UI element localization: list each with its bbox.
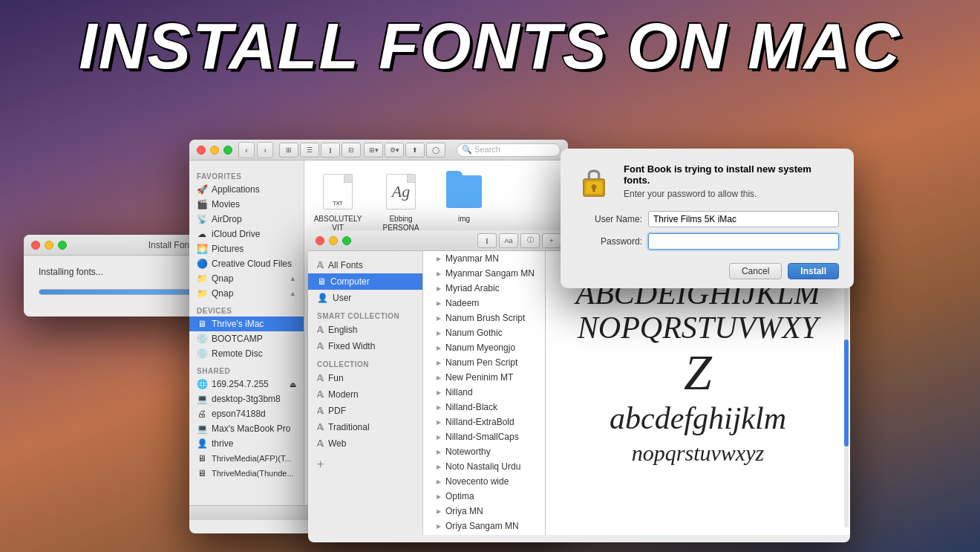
collection-fixed-width[interactable]: 𝔸 Fixed Width bbox=[308, 338, 422, 354]
sidebar-item-label: Qnap bbox=[212, 288, 233, 299]
sidebar-item-pictures[interactable]: 🌅 Pictures bbox=[189, 241, 304, 256]
collection-all-fonts[interactable]: 𝔸 All Fonts bbox=[308, 257, 422, 273]
font-item-nilland-extrabold[interactable]: Nilland-ExtraBold bbox=[423, 415, 545, 429]
minimize-button[interactable] bbox=[45, 241, 53, 250]
sidebar-item-desktop[interactable]: 💻 desktop-3tg3bm8 bbox=[189, 392, 304, 406]
laptop-icon: 💻 bbox=[197, 423, 207, 434]
finder-view-columns[interactable]: ⫿ bbox=[321, 143, 340, 158]
font-item-nilland-black[interactable]: Nilland-Black bbox=[423, 400, 545, 415]
sidebar-item-macbook[interactable]: 💻 Max's MacBook Pro bbox=[189, 421, 304, 436]
font-item-myanmar-sangam[interactable]: Myanmar Sangam MN bbox=[423, 266, 545, 281]
add-collection-button[interactable]: + bbox=[317, 458, 324, 470]
font-item-nadeem[interactable]: Nadeem bbox=[423, 296, 545, 311]
sidebar-item-thrive-shared[interactable]: 👤 thrive bbox=[189, 436, 304, 451]
finder-tag-button[interactable]: ◯ bbox=[426, 143, 445, 158]
finder-forward-button[interactable]: › bbox=[257, 142, 273, 158]
english-icon: 𝔸 bbox=[317, 325, 324, 335]
sidebar-item-icloud[interactable]: ☁ iCloud Drive bbox=[189, 227, 304, 241]
fontbook-font-list: Myanmar MN Myanmar Sangam MN Myriad Arab… bbox=[423, 251, 546, 535]
sidebar-item-thrive-imac[interactable]: 🖥 Thrive's iMac bbox=[189, 316, 304, 331]
collection-fun[interactable]: 𝔸 Fun bbox=[308, 370, 422, 386]
finder-view-icons[interactable]: ⊞ bbox=[279, 143, 298, 158]
username-row: User Name: bbox=[575, 211, 839, 227]
sidebar-item-169[interactable]: 🌐 169.254.7.255 ⏏ bbox=[189, 377, 304, 392]
finder-share-button[interactable]: ⬆ bbox=[405, 143, 425, 158]
font-item-nanum-gothic[interactable]: Nanum Gothic bbox=[423, 325, 545, 340]
finder-view-list[interactable]: ☰ bbox=[300, 143, 319, 158]
sidebar-item-movies[interactable]: 🎬 Movies bbox=[189, 197, 304, 212]
font-item-nanum-pen[interactable]: Nanum Pen Script bbox=[423, 355, 545, 370]
font-item-myriad-arabic[interactable]: Myriad Arabic bbox=[423, 281, 545, 296]
sidebar-item-bootcamp[interactable]: 💿 BOOTCAMP bbox=[189, 331, 304, 346]
fontbook-close-button[interactable] bbox=[316, 236, 324, 245]
font-item-osaka[interactable]: Osaka bbox=[423, 533, 545, 535]
cancel-button[interactable]: Cancel bbox=[729, 263, 782, 279]
preview-scrollbar[interactable] bbox=[844, 259, 849, 527]
collection-user[interactable]: 👤 User bbox=[308, 290, 422, 306]
fontbook-minimize-button[interactable] bbox=[329, 236, 338, 245]
server-1-icon: 🖥 bbox=[197, 453, 207, 464]
fontbook-toolbar-add[interactable]: + bbox=[542, 233, 561, 248]
sidebar-item-label: BOOTCAMP bbox=[212, 334, 263, 344]
sidebar-item-thrivemedia-afp[interactable]: 🖥 ThriveMedia(AFP)(T... bbox=[189, 451, 304, 466]
devices-header: DEVICES bbox=[189, 301, 304, 316]
font-item-nilland-smallcaps[interactable]: Nilland-SmallCaps bbox=[423, 429, 545, 444]
sidebar-item-thrivemedia-thunder[interactable]: 🖥 ThriveMedia(Thunde... bbox=[189, 466, 304, 481]
sidebar-item-applications[interactable]: 🚀 Applications bbox=[189, 182, 304, 197]
font-item-nilland[interactable]: Nilland bbox=[423, 385, 545, 400]
file-item-txt[interactable]: TXT ABSOLUTELY VIT bbox=[312, 168, 364, 236]
font-item-oriya-mn[interactable]: Oriya MN bbox=[423, 504, 545, 519]
fontbook-maximize-button[interactable] bbox=[342, 236, 351, 245]
finder-minimize-button[interactable] bbox=[210, 146, 219, 155]
sidebar-item-label: Movies bbox=[212, 199, 240, 210]
fontbook-toolbar-aa[interactable]: Aa bbox=[499, 233, 518, 248]
txt-file-icon: TXT bbox=[320, 171, 356, 212]
sidebar-item-airdrop[interactable]: 📡 AirDrop bbox=[189, 212, 304, 227]
font-item-noteworthy[interactable]: Noteworthy bbox=[423, 444, 545, 459]
password-input[interactable] bbox=[648, 233, 839, 250]
font-item-nanum-brush[interactable]: Nanum Brush Script bbox=[423, 311, 545, 325]
close-button[interactable] bbox=[31, 241, 40, 250]
finder-search[interactable]: 🔍 Search bbox=[457, 143, 561, 157]
finder-maximize-button[interactable] bbox=[223, 146, 232, 155]
imac-icon: 🖥 bbox=[197, 319, 207, 329]
finder-back-button[interactable]: ‹ bbox=[238, 142, 255, 158]
install-button[interactable]: Install bbox=[788, 263, 839, 279]
fontbook-toolbar-info[interactable]: ⓘ bbox=[520, 233, 540, 248]
sidebar-item-qnap-1[interactable]: 📁 Qnap ▲ bbox=[189, 271, 304, 286]
sidebar-item-epson[interactable]: 🖨 epson74188d bbox=[189, 406, 304, 421]
collection-traditional[interactable]: 𝔸 Traditional bbox=[308, 419, 422, 435]
font-item-oriya-sangam[interactable]: Oriya Sangam MN bbox=[423, 519, 545, 533]
sidebar-item-creative-cloud[interactable]: 🔵 Creative Cloud Files bbox=[189, 256, 304, 271]
fontbook-body: 𝔸 All Fonts 🖥 Computer 👤 User Smart Coll… bbox=[308, 251, 850, 535]
finder-action-button[interactable]: ⚙▾ bbox=[385, 143, 404, 158]
username-input[interactable] bbox=[648, 211, 839, 227]
font-item-optima[interactable]: Optima bbox=[423, 489, 545, 504]
collection-web[interactable]: 𝔸 Web bbox=[308, 435, 422, 452]
font-item-noto-nastaliq[interactable]: Noto Nastaliq Urdu bbox=[423, 459, 545, 474]
collection-pdf[interactable]: 𝔸 PDF bbox=[308, 403, 422, 419]
maximize-button[interactable] bbox=[58, 241, 67, 250]
finder-close-button[interactable] bbox=[197, 146, 206, 155]
airdrop-icon: 📡 bbox=[197, 214, 207, 224]
file-grid: TXT ABSOLUTELY VIT Ag Ebbing PERSONA bbox=[312, 168, 561, 236]
font-item-myanmar-mn[interactable]: Myanmar MN bbox=[423, 251, 545, 266]
finder-arrange-button[interactable]: ⊞▾ bbox=[364, 143, 383, 158]
font-item-novecento[interactable]: Novecento wide bbox=[423, 474, 545, 489]
eject-icon[interactable]: ⏏ bbox=[290, 380, 296, 389]
pwd-texts: Font Book is trying to install new syste… bbox=[624, 163, 839, 201]
font-item-nanum-myeongjo[interactable]: Nanum Myeongjo bbox=[423, 340, 545, 355]
collection-computer[interactable]: 🖥 Computer bbox=[308, 273, 422, 290]
finder-view-coverflow[interactable]: ⊟ bbox=[342, 143, 361, 158]
collection-english[interactable]: 𝔸 English bbox=[308, 322, 422, 338]
file-item-folder[interactable]: img bbox=[438, 168, 490, 236]
file-item-font[interactable]: Ag Ebbing PERSONA bbox=[375, 168, 427, 236]
sidebar-item-qnap-2[interactable]: 📁 Qnap ▲ bbox=[189, 286, 304, 301]
fontbook-toolbar-columns[interactable]: ⫿ bbox=[477, 233, 497, 248]
preview-line4: abcdefghijklm bbox=[557, 400, 839, 436]
font-item-new-peninim[interactable]: New Peninim MT bbox=[423, 370, 545, 385]
web-icon: 𝔸 bbox=[317, 438, 324, 449]
sidebar-item-remote-disc[interactable]: 💿 Remote Disc bbox=[189, 346, 304, 361]
shared-header: SHARED bbox=[189, 361, 304, 377]
collection-modern[interactable]: 𝔸 Modern bbox=[308, 386, 422, 403]
